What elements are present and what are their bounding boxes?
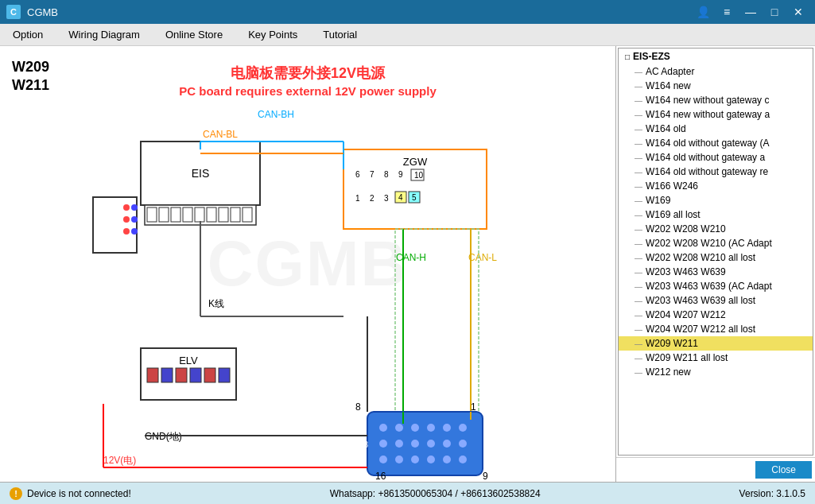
menu-key-points[interactable]: Key Points [235,25,310,44]
tree-root-eis-ezs[interactable]: EIS-EZS [619,48,813,64]
sidebar: EIS-EZS AC AdapterW164 newW164 new witho… [616,46,815,482]
tree-item[interactable]: W166 W246 [619,179,813,193]
svg-point-46 [411,424,419,432]
minimize-button[interactable]: — [740,4,761,20]
svg-text:电脑板需要外接12V电源: 电脑板需要外接12V电源 [231,64,386,81]
tree-item[interactable]: W203 W463 W639 (AC Adapt [619,279,813,293]
status-text: Device is not connected! [27,488,131,499]
menu-option[interactable]: Option [0,25,56,44]
titlebar-left: C CGMB [6,5,58,19]
svg-text:CAN-BL: CAN-BL [203,129,238,140]
close-button[interactable]: Close [755,461,812,479]
user-button[interactable]: 👤 [693,4,713,20]
diagram-area: CGMB W209 W211 电脑板需要外接12V电源 PC board req… [0,46,616,482]
svg-rect-71 [190,368,201,382]
svg-text:7: 7 [370,170,375,179]
tree-item[interactable]: W203 W463 W639 [619,265,813,279]
tree-item[interactable]: W169 all lost [619,207,813,222]
svg-point-57 [395,456,403,463]
svg-rect-8 [159,207,169,222]
svg-point-50 [379,440,387,448]
svg-point-55 [459,440,467,448]
tree-item[interactable]: W203 W463 W639 all lost [619,293,813,308]
svg-text:1: 1 [425,400,429,409]
svg-point-51 [395,440,403,448]
svg-point-17 [123,204,130,211]
svg-point-49 [459,424,467,432]
tree-item[interactable]: W212 new [619,365,813,379]
menu-button[interactable]: ≡ [716,4,737,20]
tree-item[interactable]: W169 [619,193,813,207]
status-warning-icon: ! [10,487,22,500]
tree-item[interactable]: W202 W208 W210 [619,222,813,236]
svg-point-54 [443,440,451,448]
svg-point-53 [427,440,435,448]
svg-text:K线: K线 [208,298,224,309]
svg-text:9: 9 [483,471,488,482]
svg-text:PC board requires external 12V: PC board requires external 12V power sup… [179,84,437,98]
contact-info: Whatsapp: +8613500065304 / +866136025388… [330,488,541,499]
svg-text:5: 5 [412,193,417,202]
tree-item[interactable]: W164 new [619,79,813,93]
svg-rect-73 [219,368,230,382]
svg-rect-11 [195,207,204,222]
main-content: CGMB W209 W211 电脑板需要外接12V电源 PC board req… [0,46,815,482]
tree-item[interactable]: W164 new without gateway a [619,107,813,122]
menu-online-store[interactable]: Online Store [153,25,235,44]
svg-point-20 [131,216,138,223]
svg-text:1: 1 [471,401,476,413]
svg-text:CAN-H: CAN-H [396,252,426,263]
tree-item[interactable]: W204 W207 W212 [619,308,813,322]
svg-text:8: 8 [363,440,368,449]
tree-item[interactable]: W164 old without gateway re [619,165,813,179]
svg-text:3: 3 [384,194,389,203]
svg-point-45 [395,424,403,432]
svg-rect-69 [161,368,173,382]
svg-text:ELV: ELV [179,355,198,366]
svg-text:ZGW: ZGW [403,156,428,168]
svg-point-59 [427,456,435,463]
svg-rect-13 [219,207,228,222]
svg-rect-70 [176,368,187,382]
menu-wiring-diagram[interactable]: Wiring Diagram [56,25,153,44]
menu-tutorial[interactable]: Tutorial [310,25,370,44]
tree-item[interactable]: W204 W207 W212 all lost [619,322,813,336]
svg-rect-12 [207,207,216,222]
svg-point-21 [123,228,130,235]
svg-text:6: 6 [355,170,360,179]
svg-point-60 [443,456,451,463]
svg-text:8: 8 [384,170,389,179]
svg-text:8: 8 [355,401,361,413]
svg-point-61 [459,456,467,463]
tree-item[interactable]: W202 W208 W210 all lost [619,250,813,265]
tree-item[interactable]: AC Adapter [619,64,813,79]
svg-text:2: 2 [370,194,375,203]
svg-rect-68 [147,368,158,382]
svg-rect-72 [204,368,215,382]
tree-item[interactable]: W164 old without gateway (A [619,136,813,150]
svg-text:12V(电): 12V(电) [103,455,136,466]
eis-ezs-tree[interactable]: EIS-EZS AC AdapterW164 newW164 new witho… [618,48,813,456]
tree-item[interactable]: W164 new without gateway c [619,93,813,107]
wiring-diagram-svg: 电脑板需要外接12V电源 PC board requires external … [0,46,615,482]
svg-rect-9 [171,207,180,222]
tree-item[interactable]: W164 old without gateway a [619,150,813,165]
titlebar-title: CGMB [27,6,58,18]
statusbar: ! Device is not connected! Whatsapp: +86… [0,482,815,504]
tree-item[interactable]: W209 W211 [619,336,813,351]
tree-item[interactable]: W202 W208 W210 (AC Adapt [619,236,813,250]
status-left: ! Device is not connected! [10,487,131,500]
svg-point-56 [379,456,387,463]
svg-text:4: 4 [398,193,403,202]
svg-rect-10 [183,207,192,222]
tree-item[interactable]: W164 old [619,122,813,136]
window-close-button[interactable]: ✕ [788,4,809,20]
tree-item[interactable]: W209 W211 all lost [619,351,813,365]
svg-rect-7 [147,207,157,222]
svg-rect-16 [93,197,137,253]
titlebar-controls: 👤 ≡ — □ ✕ [693,4,809,20]
menubar: Option Wiring Diagram Online Store Key P… [0,24,815,46]
maximize-button[interactable]: □ [764,4,785,20]
svg-point-22 [131,228,138,235]
svg-text:1: 1 [355,194,360,203]
